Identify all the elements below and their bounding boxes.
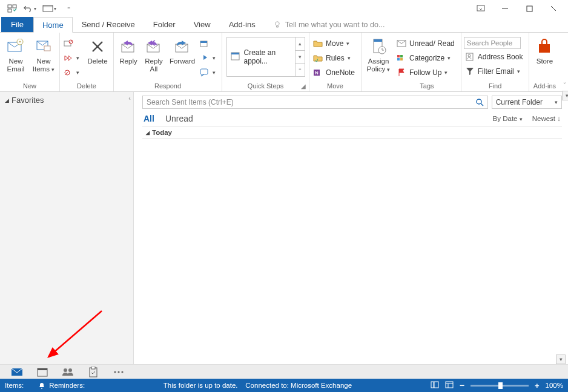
tab-send-receive[interactable]: Send / Receive [73,17,144,32]
followup-button[interactable]: Follow Up ▾ [395,66,458,79]
forward-label: Forward [170,57,195,65]
tab-file[interactable]: File [1,17,33,32]
forward-attachment-button[interactable]: ▾ [199,51,219,65]
reply-im-button[interactable]: ▾ [199,66,219,79]
group-find: Search People Address Book Filter Email … [461,33,530,91]
bell-icon [38,382,45,389]
sort-newest[interactable]: Newest ↓ [532,115,561,122]
close-icon[interactable] [541,1,566,16]
today-label: Today [152,129,172,136]
favorites-header[interactable]: ◢ Favorites [0,92,133,108]
reply-all-button[interactable]: Reply All [142,36,166,73]
qat-all-folders-icon[interactable] [6,2,19,15]
tell-me-search[interactable]: Tell me what you want to do... [273,17,385,32]
group-tags: Unread/ Read Categorize ▾ Follow Up ▾ Ta… [393,33,461,91]
zoom-out-button[interactable]: − [460,381,464,390]
tab-view[interactable]: View [185,17,220,32]
filter-all[interactable]: All [144,114,154,123]
group-addins-label: Add-ins [532,81,557,91]
rules-button[interactable]: Rules ▾ [312,51,358,65]
filter-email-button[interactable]: Filter Email ▾ [464,65,527,78]
collapse-folder-pane-icon[interactable]: ‹ [128,94,131,102]
quick-steps-gallery[interactable]: Create an appoi... ▴▾⁼ [226,37,305,77]
nav-tasks-icon[interactable] [87,366,99,378]
maximize-icon[interactable] [517,1,541,16]
categorize-button[interactable]: Categorize ▾ [395,51,458,65]
forward-button[interactable]: Forward [167,36,197,65]
favorites-label: Favorites [12,96,44,105]
move-button[interactable]: Move ▾ [312,37,358,50]
list-overflow-icon[interactable]: ▾ [556,354,566,364]
status-items: Items: [5,382,24,389]
svg-rect-39 [397,58,400,60]
nav-more-icon[interactable] [113,366,125,378]
filter-unread[interactable]: Unread [165,114,193,123]
search-icon [475,98,484,106]
junk-icon [64,68,73,77]
svg-rect-65 [431,382,434,388]
address-book-button[interactable]: Address Book [464,50,527,64]
tab-home[interactable]: Home [33,17,73,33]
svg-text:N: N [315,70,319,76]
svg-point-63 [121,371,123,373]
collapse-ribbon-icon[interactable]: ˇ [564,82,566,89]
group-move: Move ▾ Rules ▾ NOneNote Move [309,33,362,91]
envelope-icon [397,39,406,48]
search-people-input[interactable]: Search People [464,37,521,49]
view-reading-icon[interactable] [445,381,454,390]
reply-button[interactable]: Reply [116,36,140,65]
cleanup-button[interactable]: ▾ [62,51,83,65]
tab-folder[interactable]: Folder [144,17,185,32]
onenote-button[interactable]: NOneNote [312,66,358,79]
status-connection: Connected to: Microsoft Exchange [245,382,352,389]
svg-point-43 [477,99,481,104]
svg-rect-64 [41,388,42,389]
search-scope-dropdown[interactable]: Current Folder▾ [492,96,562,109]
new-items-label: New Items ▾ [30,57,57,73]
ignore-button[interactable] [62,37,83,50]
nav-mail-icon[interactable] [11,366,23,378]
zoom-level[interactable]: 100% [546,382,563,389]
minimize-icon[interactable] [493,1,517,16]
view-normal-icon[interactable] [431,381,439,390]
qat-archive-icon[interactable]: ▾ [40,2,58,15]
zoom-in-button[interactable]: + [535,381,540,390]
sort-by-date[interactable]: By Date ▾ [493,115,523,122]
assign-policy-button[interactable]: Assign Policy ▾ [364,36,393,73]
nav-calendar-icon[interactable] [36,366,48,378]
meeting-reply-button[interactable] [199,37,219,50]
status-reminders[interactable]: Reminders: [38,382,85,389]
zoom-slider[interactable] [471,385,529,387]
gallery-scroll[interactable]: ▴▾⁼ [295,38,305,76]
delete-button[interactable]: Delete [84,36,111,65]
group-delete-label: Delete [62,81,111,91]
ribbon-display-options-icon[interactable] [469,1,493,16]
move-folder-icon [313,39,323,48]
tab-addins[interactable]: Add-ins [220,17,265,32]
junk-button[interactable]: ▾ [62,66,83,79]
undo-icon[interactable]: ▾ [23,2,36,15]
quicksteps-launcher-icon[interactable]: ◢ [300,82,307,90]
new-items-button[interactable]: New Items ▾ [30,36,57,73]
group-move-label: Move [312,81,358,91]
group-header-today[interactable]: ◢ Today [142,126,562,139]
flag-icon [397,68,406,77]
group-tags-label: Tags [395,81,458,91]
content-area: ◢ Favorites ‹ Search Sent Items (Ctrl+E)… [0,92,568,364]
new-email-button[interactable]: New Email [2,36,29,73]
delete-icon [88,37,107,56]
svg-rect-7 [527,6,532,11]
svg-rect-15 [44,46,50,51]
store-button[interactable]: Store [532,36,557,65]
rules-icon [313,53,323,63]
svg-rect-34 [374,39,382,42]
search-input[interactable]: Search Sent Items (Ctrl+E) [142,96,488,109]
qat-customize-icon[interactable]: ⁼ [62,2,75,15]
group-new-label: New [2,81,57,91]
nav-people-icon[interactable] [62,366,74,378]
group-find-label: Find [464,81,527,91]
unread-read-button[interactable]: Unread/ Read [395,37,458,50]
reading-pane-toggle-icon[interactable]: ▾ [562,91,568,100]
scope-label: Current Folder [496,98,543,106]
svg-rect-37 [397,55,400,57]
